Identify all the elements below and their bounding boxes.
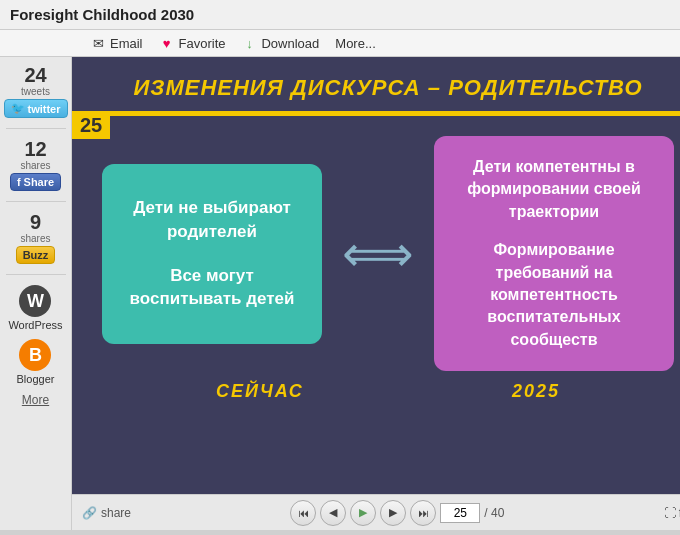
download-icon: ↓ (241, 35, 257, 51)
more-link[interactable]: More (22, 393, 49, 407)
card-right-text-2: Формирование требований на компетентност… (454, 239, 654, 351)
blogger-icon: B (19, 339, 51, 371)
wordpress-label: WordPress (8, 319, 62, 331)
favorite-label: Favorite (179, 36, 226, 51)
fullscreen-icon: ⛶ (664, 506, 676, 520)
facebook-icon: f (17, 176, 21, 188)
fullscreen-button[interactable]: ⛶ full (664, 506, 680, 520)
divider-1 (6, 128, 66, 129)
page-total: / 40 (484, 506, 504, 520)
download-button[interactable]: ↓ Download (241, 35, 319, 51)
label-now: СЕЙЧАС (216, 381, 304, 402)
skip-last-button[interactable]: ⏭ (410, 500, 436, 526)
favorite-button[interactable]: ♥ Favorite (159, 35, 226, 51)
buzz-block: 9 shares Buzz (16, 212, 56, 264)
share-icon: 🔗 (82, 506, 97, 520)
sidebar: 24 tweets 🐦 twitter 12 shares f Share 9 … (0, 57, 72, 530)
divider-3 (6, 274, 66, 275)
slide-number-badge: 25 (72, 112, 110, 139)
slide-labels: СЕЙЧАС 2025 (72, 371, 680, 417)
cards-area: Дети не выбирают родителей Все могут вос… (72, 136, 680, 371)
email-icon: ✉ (90, 35, 106, 51)
slide-container: 25 ИЗМЕНЕНИЯ ДИСКУРСА – РОДИТЕЛЬСТВО Дет… (72, 57, 680, 494)
facebook-button[interactable]: f Share (10, 173, 61, 191)
skip-first-button[interactable]: ⏮ (290, 500, 316, 526)
prev-button[interactable]: ◀ (320, 500, 346, 526)
twitter-icon: 🐦 (11, 102, 25, 115)
tweets-label: tweets (21, 87, 50, 97)
card-left: Дети не выбирают родителей Все могут вос… (102, 164, 322, 344)
shares-count-1: 12 (24, 139, 46, 159)
page-input[interactable] (440, 503, 480, 523)
card-left-text-2: Все могут воспитывать детей (122, 264, 302, 312)
heart-icon: ♥ (159, 35, 175, 51)
title-bar: Foresight Childhood 2030 (0, 0, 680, 30)
divider-2 (6, 201, 66, 202)
card-right-text-1: Дети компетентны в формировании своей тр… (454, 156, 654, 223)
bottom-controls: 🔗 share ⏮ ◀ ▶ ▶ ⏭ / 40 ⛶ full (72, 494, 680, 530)
wordpress-icon: W (19, 285, 51, 317)
twitter-button[interactable]: 🐦 twitter (4, 99, 68, 118)
blogger-block[interactable]: B Blogger (17, 339, 55, 385)
double-arrow-icon: ⟺ (342, 229, 414, 279)
buzz-count: 9 (30, 212, 41, 232)
share-label: share (101, 506, 131, 520)
email-label: Email (110, 36, 143, 51)
buzz-label: Buzz (23, 249, 49, 261)
shares-label-2: shares (20, 234, 50, 244)
more-label: More... (335, 36, 375, 51)
playback-controls: ⏮ ◀ ▶ ▶ ⏭ / 40 (149, 500, 646, 526)
toolbar: ✉ Email ♥ Favorite ↓ Download More... (0, 30, 680, 57)
buzz-button[interactable]: Buzz (16, 246, 56, 264)
twitter-block: 24 tweets 🐦 twitter (4, 65, 68, 118)
main-layout: 24 tweets 🐦 twitter 12 shares f Share 9 … (0, 57, 680, 530)
next-button[interactable]: ▶ (380, 500, 406, 526)
download-label: Download (261, 36, 319, 51)
slide-title: ИЗМЕНЕНИЯ ДИСКУРСА – РОДИТЕЛЬСТВО (72, 57, 680, 111)
card-right: Дети компетентны в формировании своей тр… (434, 136, 674, 371)
content-area: 25 ИЗМЕНЕНИЯ ДИСКУРСА – РОДИТЕЛЬСТВО Дет… (72, 57, 680, 530)
label-future: 2025 (512, 381, 560, 402)
more-button[interactable]: More... (335, 36, 375, 51)
facebook-label: Share (24, 176, 55, 188)
play-button[interactable]: ▶ (350, 500, 376, 526)
tweets-count: 24 (24, 65, 46, 85)
wordpress-block[interactable]: W WordPress (8, 285, 62, 331)
facebook-block: 12 shares f Share (10, 139, 61, 191)
share-button[interactable]: 🔗 share (82, 506, 131, 520)
twitter-label: twitter (28, 103, 61, 115)
page-title: Foresight Childhood 2030 (10, 6, 194, 23)
shares-label-1: shares (20, 161, 50, 171)
card-left-text-1: Дети не выбирают родителей (122, 196, 302, 244)
blogger-label: Blogger (17, 373, 55, 385)
yellow-divider (72, 111, 680, 116)
email-button[interactable]: ✉ Email (90, 35, 143, 51)
